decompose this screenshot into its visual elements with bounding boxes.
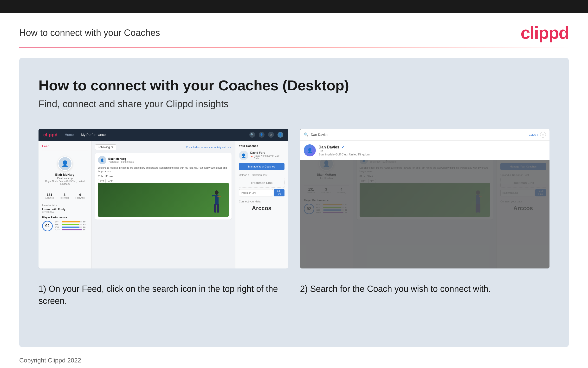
nav-icons-1: 🔍 👤 ⚙ 👤 [249,132,283,138]
nav-performance-1[interactable]: My Performance [81,133,106,137]
search-bar: 🔍 Dan Davies CLEAR × [300,129,550,141]
copyright-text: Copyright Clippd 2022 [19,357,81,364]
putt-label: PUTT [55,229,61,231]
result-role: Pro [319,149,370,153]
post-card: 👤 Blair McHarg Yesterday · Sunningdale L… [95,153,232,220]
putt-bar-row: PUTT 96 [55,229,88,231]
result-name: Dan Davies ✓ [319,145,370,149]
app-label: APP [55,223,61,226]
add-link-btn-1[interactable]: Add Link [274,189,284,196]
nav-home-1[interactable]: Home [65,133,74,137]
content-title: How to connect with your Coaches (Deskto… [38,77,550,94]
followers-label: Followers [60,197,69,199]
screenshot2: clippd Home My Performance Feed 👤 Blair … [300,129,550,268]
app-sidebar-1: Feed 👤 Blair McHarg Plus Handicap Royal … [38,141,91,268]
following-label: Following [75,197,85,199]
activity-title: Lesson with Fordy [42,208,88,211]
trackman-section-1: Upload a Trackman Test Trackman Link Add… [239,174,284,196]
header: How to connect with your Coaches clippd [0,13,588,47]
steps-row: 1) On your Feed, click on the search ico… [38,283,550,307]
arg-label: ARG [55,226,61,228]
search-result-item[interactable]: 👤 Dan Davies ✓ Pro Sunningdale Golf Club… [304,144,546,156]
connect-data-title-1: Connect your data [239,200,284,203]
putt-fill [61,229,82,230]
trackman-input-1[interactable] [239,189,273,196]
perf-title: Player Performance [42,216,88,219]
coach-club-1: 📍 Royal North Devon Golf Club [250,155,284,160]
off-tee-btn[interactable]: OTT [98,179,106,183]
activities-label: Activities [45,197,54,199]
coach-item-1: 👤 David Ford 📍 Royal North Devon Golf Cl… [239,151,284,160]
app-btn[interactable]: APP [107,179,114,183]
post-text: Looking to feel like my hands are exitin… [98,166,229,173]
post-meta: Yesterday · Sunningdale [108,160,134,163]
search-icon-bar: 🔍 [304,132,308,137]
profile-stats: 131 Activities 3 Followers 4 Following [42,191,88,201]
search-input-display[interactable]: Dan Davies [311,133,527,137]
app-main-1: Following ▼ Control who can see your act… [91,141,235,268]
profile-badge: Plus Handicap [42,177,88,180]
page-title: How to connect with your Coaches [19,28,160,38]
avatar-icon-nav[interactable]: 👤 [278,132,283,138]
coach-info-1: David Ford 📍 Royal North Devon Golf Club [250,151,284,160]
post-info: Blair McHarg Yesterday · Sunningdale [108,157,134,163]
latest-activity-label: Latest Activity [42,204,88,207]
search-result-dropdown: 👤 Dan Davies ✓ Pro Sunningdale Golf Club… [300,141,550,160]
settings-icon-nav[interactable]: ⚙ [268,132,274,138]
footer: Copyright Clippd 2022 [0,357,588,364]
arccos-logo-1: Arccos [239,205,284,212]
profile-avatar: 👤 [58,156,72,171]
app-track [61,224,82,225]
post-duration: 01 hr : 30 min [98,175,229,178]
ott-fill [61,221,80,222]
coach-club-text-1: Royal North Devon Golf Club [254,155,284,160]
profile-club: Royal North Devon Golf Club, United King… [42,180,88,185]
app-fill [61,224,79,225]
manage-coaches-btn-1[interactable]: Manage Your Coaches [239,163,284,170]
step1-text: 1) On your Feed, click on the search ico… [38,284,278,306]
main-content: How to connect with your Coaches (Deskto… [19,58,569,347]
search-icon-nav[interactable]: 🔍 [249,132,255,138]
post-avatar: 👤 [98,156,106,164]
trackman-box-1: Trackman Link [239,178,284,188]
post-name: Blair McHarg [108,157,134,160]
clear-button[interactable]: CLEAR [529,133,538,136]
app-ui-2: clippd Home My Performance Feed 👤 Blair … [300,129,550,268]
followers-num: 3 [60,193,69,197]
activities-num: 131 [45,193,54,197]
following-button[interactable]: Following ▼ [95,144,116,150]
profile-name: Blair McHarg [42,173,88,176]
trackman-input-row-1: Add Link [239,189,284,196]
ott-val: 90 [83,221,88,223]
post-header: 👤 Blair McHarg Yesterday · Sunningdale [98,156,229,164]
user-icon-nav[interactable]: 👤 [259,132,264,138]
following-num: 4 [75,193,85,197]
step1-description: 1) On your Feed, click on the search ico… [38,283,288,307]
coaches-title-1: Your Coaches [239,144,284,148]
clippd-logo: clippd [521,23,569,43]
header-divider [19,47,569,48]
activities-stat: 131 Activities [45,193,54,199]
svg-rect-2 [212,194,215,197]
svg-rect-5 [217,204,219,212]
coach-avatar-1: 👤 [239,151,248,160]
app-ui-1: clippd Home My Performance 🔍 👤 ⚙ 👤 Feed [38,129,288,268]
feed-tab[interactable]: Feed [42,144,88,150]
close-search-button[interactable]: × [540,132,546,138]
arg-track [61,227,82,228]
ott-label: OTT [55,221,61,223]
golfer-silhouette-svg [209,190,224,217]
control-link[interactable]: Control who can see your activity and da… [186,146,231,149]
location-icon-1: 📍 [250,156,253,159]
app-right-1: Your Coaches 👤 David Ford 📍 Royal North … [235,141,288,268]
step2-description: 2) Search for the Coach you wish to conn… [300,283,550,307]
result-club: Sunningdale Golf Club, United Kingdom [319,153,370,156]
profile-section: 👤 Blair McHarg Plus Handicap Royal North… [42,154,88,188]
ott-track [61,221,82,222]
player-perf-section: Player Performance 92 OTT 90 [42,216,88,231]
result-avatar: 👤 [304,144,316,156]
arg-fill [61,227,79,228]
coach-name-1: David Ford [250,151,284,155]
screenshots-row: clippd Home My Performance 🔍 👤 ⚙ 👤 Feed [38,129,550,268]
perf-score: 92 OTT 90 APP [42,221,88,231]
